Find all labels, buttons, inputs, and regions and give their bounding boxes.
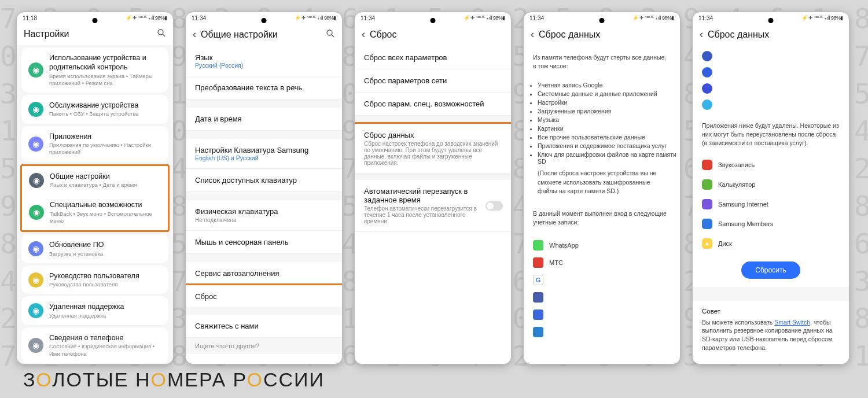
smart-switch-link[interactable]: Smart Switch (774, 319, 810, 326)
brand-logo: ЗОЛОТЫЕ НОМЕРА РОССИИ (23, 368, 325, 391)
row-label: Свяжитесь с нами (195, 322, 333, 330)
reset-row[interactable]: Сброс параметров сети (355, 69, 511, 93)
service-icon (702, 83, 712, 94)
settings-item[interactable]: ◉ Обслуживание устройства Память • ОЗУ •… (21, 95, 168, 124)
settings-item[interactable]: ◉ Удаленная поддержка Удаленная поддержк… (21, 296, 168, 325)
menu-row[interactable]: Сервис автозаполнения (186, 262, 342, 285)
menu-row[interactable]: Мышь и сенсорная панель (186, 231, 342, 254)
settings-item[interactable]: ◉ Руководство пользователя Руководство п… (21, 266, 168, 294)
status-time: 11:18 (23, 15, 37, 21)
page-header: ‹ Сброс (355, 24, 511, 46)
camera-cutout (431, 18, 436, 23)
row-label: Физическая клавиатура (195, 207, 333, 216)
item-label: Использование устройства и родительский … (49, 53, 161, 72)
reset-info: Из памяти телефона будут стерты все данн… (524, 46, 680, 364)
category-icon: ◉ (28, 137, 43, 152)
page-title: Общие настройки (201, 30, 321, 40)
menu-row[interactable]: Список доступных клавиатур (186, 169, 342, 192)
reset-row[interactable]: Сброс всех параметров (355, 46, 511, 69)
search-icon[interactable] (326, 29, 335, 40)
category-icon: ◉ (28, 241, 43, 256)
settings-item[interactable]: ◉ Общие настройки Язык и клавиатура • Да… (22, 166, 168, 195)
smart-switch-tip: Совет Вы можете использовать Smart Switc… (693, 301, 849, 362)
category-icon: ◉ (28, 62, 43, 78)
settings-item[interactable]: ◉ Приложения Приложения по умолчанию • Н… (21, 126, 168, 162)
reset-row[interactable]: Сброс парам. спец. возможностей (355, 93, 511, 116)
row-label: Дата и время (195, 115, 333, 123)
settings-item[interactable]: ◉ Использование устройства и родительски… (21, 47, 168, 93)
app-icon (702, 199, 712, 209)
item-subtitle: Язык и клавиатура • Дата и время (50, 182, 161, 189)
page-title: Настройки (24, 29, 152, 39)
back-button[interactable]: ‹ (362, 28, 365, 40)
camera-cutout (93, 18, 98, 23)
auto-restart-switch[interactable] (486, 201, 503, 211)
app-icon (702, 179, 712, 190)
account-icon (533, 240, 543, 250)
status-time: 11:34 (192, 15, 206, 21)
reset-row[interactable]: Сброс данныхСброс настроек телефона до з… (355, 122, 511, 174)
item-subtitle: TalkBack • Звук моно • Вспомогательное м… (50, 211, 161, 225)
status-time: 11:34 (529, 15, 544, 21)
phone-factory-reset-info: 11:34 ⚡ ✈ ᵛᵒᴸᵀᴱ ₊ıll 98%▮ ‹ Сброс данных… (523, 12, 681, 364)
row-sublink: Русский (Россия) (195, 62, 333, 69)
app-item: Samsung Members (702, 214, 840, 234)
erase-bullet: Все прочие пользовательские данные (538, 134, 680, 141)
account-item: МТС (533, 254, 671, 271)
account-icon (533, 257, 543, 268)
reset-intro-text: Из памяти телефона будут стерты все данн… (524, 46, 680, 78)
reset-button[interactable]: Сбросить (741, 261, 800, 279)
svg-point-2 (327, 30, 332, 35)
phone-reset-menu: 11:34 ⚡ ✈ ᵛᵒᴸᵀᴱ ₊ıll 98%▮ ‹ Сброс Сброс … (354, 12, 512, 364)
menu-row[interactable]: Свяжитесь с нами (186, 315, 342, 338)
menu-row[interactable]: ЯзыкРусский (Россия) (186, 46, 342, 76)
category-icon: ◉ (29, 173, 44, 188)
reset-row[interactable]: Автоматический перезапуск в заданное вре… (355, 180, 511, 232)
menu-row[interactable]: Настройки Клавиатура SamsungEnglish (US)… (186, 139, 342, 169)
account-item (533, 323, 671, 341)
apps-intro: Приложения ниже будут удалены. Некоторые… (693, 115, 849, 155)
settings-item[interactable]: ◉ Специальные возможности TalkBack • Зву… (22, 194, 168, 230)
account-icon (533, 327, 543, 337)
app-icon (702, 160, 712, 170)
row-label: Сброс парам. спец. возможностей (364, 100, 502, 108)
row-label: Язык (195, 53, 333, 62)
account-icon-row (693, 46, 849, 115)
back-button[interactable]: ‹ (700, 28, 703, 40)
item-label: Приложения (49, 132, 161, 141)
app-icon: ▲ (702, 238, 712, 249)
row-subtitle: Не подключена (195, 217, 333, 223)
row-label: Мышь и сенсорная панель (195, 238, 333, 246)
row-label: Сброс параметров сети (364, 76, 502, 85)
search-icon[interactable] (157, 28, 166, 39)
menu-row[interactable]: Дата и время (186, 108, 342, 131)
row-label: Автоматический перезапуск в заданное вре… (364, 187, 502, 204)
app-name: Диск (718, 240, 732, 247)
status-icons: ⚡ ✈ ᵛᵒᴸᵀᴱ ₊ıll 98%▮ (801, 15, 843, 21)
status-icons: ⚡ ✈ ᵛᵒᴸᵀᴱ ₊ıll 98%▮ (295, 15, 336, 21)
phone-settings-main: 11:18 ⚡ ✈ ᵛᵒᴸᵀᴱ ₊ıll 98%▮ Настройки ◉ Ис… (16, 12, 174, 364)
account-name: МТС (549, 259, 563, 266)
status-time: 11:34 (361, 15, 375, 21)
service-icon (702, 67, 712, 78)
settings-item[interactable]: ◉ Сведения о телефоне Состояние • Юридич… (21, 327, 168, 363)
app-item: Звукозапись (702, 155, 840, 175)
menu-row[interactable]: Преобразование текста в речь (186, 76, 342, 100)
account-item (533, 289, 671, 306)
status-icons: ⚡ ✈ ᵛᵒᴸᵀᴱ ₊ıll 98%▮ (464, 15, 505, 21)
account-icon: G (533, 275, 543, 285)
back-button[interactable]: ‹ (531, 28, 534, 40)
erase-bullet: Загруженные приложения (538, 108, 680, 115)
row-sublink: English (US) и Русский (195, 154, 333, 161)
item-label: Общие настройки (50, 172, 161, 181)
status-icons: ⚡ ✈ ᵛᵒᴸᵀᴱ ₊ıll 98%▮ (126, 15, 167, 21)
menu-row[interactable]: Физическая клавиатураНе подключена (186, 200, 342, 231)
sd-note: (После сброса настроек устройства вы не … (524, 169, 680, 202)
reset-list: Сброс всех параметровСброс параметров се… (355, 46, 511, 364)
app-name: Калькулятор (718, 181, 755, 188)
menu-row[interactable]: Сброс (186, 283, 342, 308)
app-name: Samsung Members (718, 220, 773, 227)
back-button[interactable]: ‹ (193, 28, 196, 40)
item-label: Сведения о телефоне (49, 333, 161, 342)
settings-item[interactable]: ◉ Обновление ПО Загрузка и установка (21, 234, 168, 263)
